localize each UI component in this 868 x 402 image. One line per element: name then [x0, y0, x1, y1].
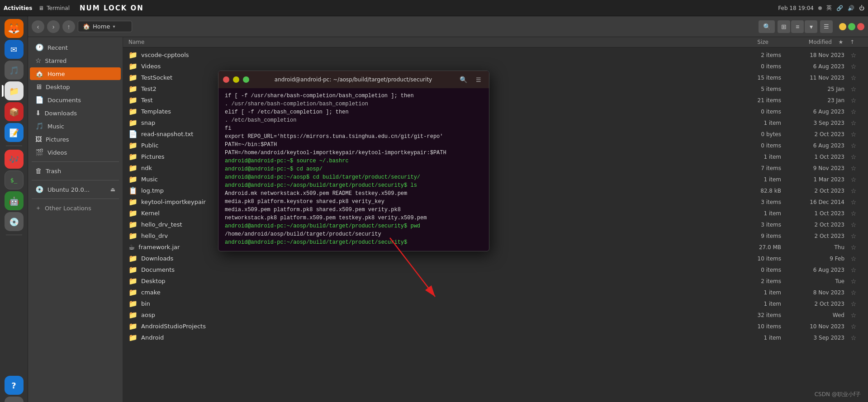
table-row[interactable]: 📁 Documents 0 items 6 Aug 2023 ☆	[123, 264, 868, 275]
col-name-header[interactable]: Name	[128, 39, 714, 45]
terminal-body[interactable]: if [ -f /usr/share/bash-completion/bash_…	[218, 88, 489, 251]
star-toggle[interactable]: ☆	[844, 165, 863, 172]
file-modified: 6 Aug 2023	[781, 109, 844, 115]
table-row[interactable]: 📁 Downloads 10 items 9 Feb ☆	[123, 253, 868, 264]
star-toggle[interactable]: ☆	[844, 289, 863, 296]
file-size: 1 item	[727, 120, 781, 126]
activities-label[interactable]: Activities	[4, 5, 32, 11]
sidebar-item-ubuntu[interactable]: 💿 Ubuntu 20.0... ⏏	[30, 183, 121, 196]
terminal-line: PATH=/home/android/keytool-importkeypair…	[225, 149, 483, 157]
col-size-header[interactable]: Size	[714, 39, 768, 45]
star-toggle[interactable]: ☆	[844, 153, 863, 161]
terminal-search-button[interactable]: 🔍	[457, 74, 469, 85]
sidebar-item-music[interactable]: 🎵 Music	[30, 120, 121, 132]
minimize-button[interactable]	[839, 23, 846, 30]
terminal-maximize-button[interactable]	[243, 76, 249, 83]
star-toggle[interactable]: ☆	[844, 85, 863, 93]
star-toggle[interactable]: ☆	[844, 312, 863, 319]
sidebar-add-other[interactable]: ＋ Other Locations	[30, 202, 121, 214]
terminal-menu-button[interactable]: ☰	[473, 74, 484, 85]
sidebar-item-recent[interactable]: 🕐 Recent	[30, 41, 121, 54]
star-toggle[interactable]: ☆	[844, 244, 863, 251]
taskbar-help[interactable]: ?	[5, 376, 24, 395]
taskbar-thunderbird[interactable]: ✉	[5, 40, 24, 59]
list-view-button[interactable]: ≡	[791, 20, 804, 33]
table-row[interactable]: 📁 aosp 32 items Wed ☆	[123, 309, 868, 321]
star-toggle[interactable]: ☆	[844, 210, 863, 217]
star-toggle[interactable]: ☆	[844, 255, 863, 262]
sidebar-item-downloads[interactable]: ⬇ Downloads	[30, 107, 121, 119]
sidebar-item-desktop[interactable]: 🖥 Desktop	[30, 80, 121, 93]
table-row[interactable]: 📁 cmake 1 item 8 Nov 2023 ☆	[123, 287, 868, 298]
star-toggle[interactable]: ☆	[844, 221, 863, 228]
star-toggle[interactable]: ☆	[844, 63, 863, 70]
forward-button[interactable]: ›	[47, 20, 60, 33]
file-size: 1 item	[727, 301, 781, 307]
star-toggle[interactable]: ☆	[844, 176, 863, 183]
terminal-line: networkstack.pk8 platform.x509.pem testk…	[225, 214, 483, 222]
star-toggle[interactable]: ☆	[844, 232, 863, 240]
star-toggle[interactable]: ☆	[844, 119, 863, 127]
taskbar-rhythmbox[interactable]: 🎵	[5, 61, 24, 80]
file-modified: 25 Jan	[781, 86, 844, 92]
star-toggle[interactable]: ☆	[844, 74, 863, 81]
table-row[interactable]: 📁 Android 1 item 3 Sep 2023 ☆	[123, 332, 868, 343]
terminal-close-button[interactable]	[223, 76, 229, 83]
eject-icon[interactable]: ⏏	[110, 186, 115, 193]
taskbar-file-manager[interactable]: 📁	[5, 81, 24, 100]
view-dropdown-button[interactable]: ▾	[805, 20, 817, 33]
star-toggle[interactable]: ☆	[844, 323, 863, 330]
terminal-line: if [ -f /usr/share/bash-completion/bash_…	[225, 92, 483, 100]
sidebar-item-videos[interactable]: 🎬 Videos	[30, 146, 121, 159]
col-up-header[interactable]: ↑	[850, 39, 863, 45]
file-modified: 18 Nov 2023	[781, 52, 844, 58]
table-row[interactable]: 📁 bin 1 item 2 Oct 2023 ☆	[123, 298, 868, 309]
up-button[interactable]: ↑	[62, 20, 75, 33]
taskbar-firefox[interactable]: 🦊	[5, 19, 24, 38]
star-toggle[interactable]: ☆	[844, 199, 863, 206]
location-bar[interactable]: 🏠 Home ▾	[78, 21, 132, 32]
star-toggle[interactable]: ☆	[844, 142, 863, 149]
taskbar-dvd[interactable]: 💿	[5, 212, 24, 231]
taskbar-android-studio[interactable]: 🤖	[5, 191, 24, 210]
file-icon: 📁	[128, 62, 138, 71]
star-toggle[interactable]: ☆	[844, 300, 863, 307]
star-toggle[interactable]: ☆	[844, 108, 863, 115]
table-row[interactable]: 📁 Desktop 2 items Tue ☆	[123, 275, 868, 287]
star-toggle[interactable]: ☆	[844, 97, 863, 104]
hamburger-menu-button[interactable]: ☰	[820, 20, 833, 33]
star-toggle[interactable]: ☆	[844, 52, 863, 59]
sidebar-item-starred[interactable]: ☆ Starred	[30, 54, 121, 67]
power-icon[interactable]: ⏻	[859, 5, 864, 11]
sidebar-item-home[interactable]: 🏠 Home	[30, 67, 121, 80]
taskbar-grid[interactable]: ⋮⋮⋮	[5, 397, 24, 402]
file-modified: 2 Oct 2023	[781, 233, 844, 239]
search-button[interactable]: 🔍	[759, 20, 775, 33]
star-toggle[interactable]: ☆	[844, 266, 863, 274]
sidebar-item-pictures[interactable]: 🖼 Pictures	[30, 133, 121, 146]
taskbar-text-editor[interactable]: 📝	[5, 123, 24, 142]
grid-view-button[interactable]: ⊞	[778, 20, 790, 33]
location-dropdown-icon[interactable]: ▾	[113, 24, 115, 29]
sidebar-item-trash[interactable]: 🗑 Trash	[30, 165, 121, 177]
star-toggle[interactable]: ☆	[844, 334, 863, 341]
terminal-window: android@android-pc: ~/aosp/build/target/…	[218, 71, 489, 251]
file-icon: 📁	[128, 141, 138, 150]
terminal-line: PATH=~/bin:$PATH	[225, 141, 483, 149]
taskbar-music[interactable]: 🎶	[5, 150, 24, 169]
col-modified-header[interactable]: Modified	[768, 39, 832, 45]
terminal-line: . /usr/share/bash-completion/bash_comple…	[225, 100, 483, 108]
sidebar-item-documents[interactable]: 📄 Documents	[30, 94, 121, 106]
table-row[interactable]: 📁 AndroidStudioProjects 10 items 10 Nov …	[123, 321, 868, 332]
taskbar-software[interactable]: 📦	[5, 102, 24, 121]
star-toggle[interactable]: ☆	[844, 187, 863, 194]
star-toggle[interactable]: ☆	[844, 278, 863, 285]
file-icon: 📁	[128, 232, 138, 240]
maximize-button[interactable]	[848, 23, 855, 30]
back-button[interactable]: ‹	[32, 20, 44, 33]
terminal-minimize-button[interactable]	[233, 76, 239, 83]
close-button[interactable]	[857, 23, 864, 30]
table-row[interactable]: 📁 vscode-cpptools 2 items 18 Nov 2023 ☆	[123, 49, 868, 61]
star-toggle[interactable]: ☆	[844, 131, 863, 138]
taskbar-terminal[interactable]: $_	[5, 170, 24, 189]
